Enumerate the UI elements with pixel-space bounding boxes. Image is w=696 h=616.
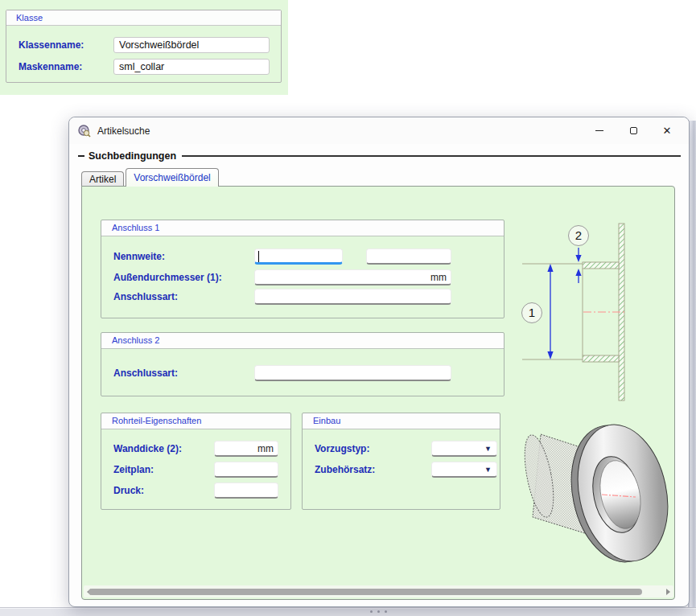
aussendurchmesser-input[interactable] [254, 269, 451, 285]
zeitplan-label: Zeitplan: [113, 464, 214, 475]
zeitplan-row: Zeitplan: [113, 462, 278, 478]
window-title: Artikelsuche [97, 125, 150, 137]
einbau-title: Einbau [303, 413, 500, 429]
tab-bar: Artikel Vorschweißbördel [81, 168, 219, 187]
titlebar[interactable]: Artikelsuche ✕ [69, 117, 689, 144]
scroll-right-icon[interactable] [666, 589, 670, 595]
dimension-1-label: 1 [529, 306, 535, 319]
zubehoersatz-dropdown[interactable]: ▼ [431, 462, 497, 478]
zubehoersatz-row: Zubehörsatz: ▼ [315, 462, 497, 478]
nennweite-label: Nennweite: [113, 251, 254, 262]
maximize-icon [630, 127, 637, 134]
rohrteil-title: Rohrteil-Eigenschaften [101, 413, 290, 429]
maskenname-row: Maskenname: [19, 59, 270, 75]
wanddicke-unit: mm [257, 443, 274, 454]
anschlussart1-input[interactable] [254, 289, 451, 305]
druck-input[interactable] [214, 483, 278, 499]
nennweite-input-2[interactable] [366, 248, 451, 265]
einbau-group: Einbau Vorzugstyp: ▼ Zubehörsatz: ▼ [302, 413, 500, 510]
tab-content-panel: Anschluss 1 Nennweite: Außendurchmesser … [81, 186, 675, 600]
zubehoersatz-label: Zubehörsatz: [315, 464, 431, 475]
klasse-panel: Klasse Klassenname: Maskenname: [0, 0, 288, 95]
anschlussart2-label: Anschlussart: [113, 368, 254, 379]
maskenname-label: Maskenname: [19, 61, 113, 72]
chevron-down-icon: ▼ [484, 466, 492, 474]
scrollbar-thumb[interactable] [89, 589, 642, 595]
druck-label: Druck: [113, 485, 214, 496]
aussendurchmesser-unit: mm [430, 272, 447, 283]
anschlussart2-row: Anschlussart: [113, 365, 451, 381]
artikelsuche-window: Artikelsuche ✕ Suchbedingungen Artikel V… [68, 117, 690, 607]
anschluss1-title: Anschluss 1 [101, 220, 504, 236]
zeitplan-input[interactable] [214, 462, 278, 478]
text-caret [258, 251, 259, 262]
nennweite-row: Nennweite: [113, 248, 451, 265]
anschluss1-group: Anschluss 1 Nennweite: Außendurchmesser … [101, 220, 504, 318]
collar-section-drawing: 1 2 [517, 218, 637, 405]
dimension-2-label: 2 [575, 228, 582, 242]
close-button[interactable]: ✕ [650, 117, 684, 144]
maximize-button[interactable] [616, 117, 650, 144]
search-gear-icon [77, 124, 91, 138]
suchbedingungen-section-header: Suchbedingungen [78, 150, 681, 162]
tab-artikel-label: Artikel [89, 174, 116, 185]
chevron-down-icon: ▼ [484, 445, 492, 453]
anschluss2-title: Anschluss 2 [101, 333, 504, 349]
collar-bottom-flange [583, 355, 619, 362]
minimize-button[interactable] [583, 117, 616, 144]
caption-buttons: ✕ [583, 117, 684, 144]
tab-vorschweissboerdel-label: Vorschweißbördel [134, 172, 210, 183]
gripper-dots-icon [370, 610, 387, 613]
klassenname-row: Klassenname: [19, 37, 270, 53]
minimize-icon [595, 130, 603, 131]
section-rule [182, 155, 681, 157]
anschlussart2-input[interactable] [254, 365, 451, 381]
section-dash [78, 155, 84, 157]
klasse-groupbox: Klasse Klassenname: Maskenname: [6, 10, 282, 83]
vorzugstyp-row: Vorzugstyp: ▼ [315, 441, 497, 457]
klassenname-label: Klassenname: [19, 39, 113, 51]
anschlussart1-label: Anschlussart: [113, 291, 254, 302]
vorzugstyp-label: Vorzugstyp: [315, 443, 431, 454]
aussendurchmesser-label: Außendurchmesser (1): [113, 272, 254, 283]
nennweite-input-1[interactable] [254, 248, 343, 265]
anschlussart1-row: Anschlussart: [113, 289, 451, 305]
section-label: Suchbedingungen [89, 150, 176, 162]
background-window-top-edge [0, 607, 696, 616]
aussendurchmesser-row: Außendurchmesser (1): mm [113, 269, 451, 285]
collar-top-flange [583, 262, 619, 269]
close-icon: ✕ [663, 125, 672, 136]
screen: Klasse Klassenname: Maskenname: Artikels… [0, 0, 696, 616]
tab-artikel[interactable]: Artikel [81, 171, 124, 187]
horizontal-scrollbar[interactable] [84, 585, 673, 598]
collar-3d-image [523, 408, 676, 573]
wanddicke-label: Wanddicke (2): [113, 443, 214, 454]
klassenname-input[interactable] [113, 37, 270, 53]
tab-vorschweissboerdel[interactable]: Vorschweißbördel [126, 168, 218, 187]
rohrteil-group: Rohrteil-Eigenschaften Wanddicke (2): mm… [101, 413, 291, 510]
druck-row: Druck: [113, 483, 278, 499]
wanddicke-row: Wanddicke (2): mm [113, 441, 278, 457]
klasse-groupbox-title: Klasse [6, 10, 281, 26]
vorzugstyp-dropdown[interactable]: ▼ [431, 441, 497, 457]
anschluss2-group: Anschluss 2 Anschlussart: [101, 332, 504, 396]
maskenname-input[interactable] [113, 59, 270, 75]
